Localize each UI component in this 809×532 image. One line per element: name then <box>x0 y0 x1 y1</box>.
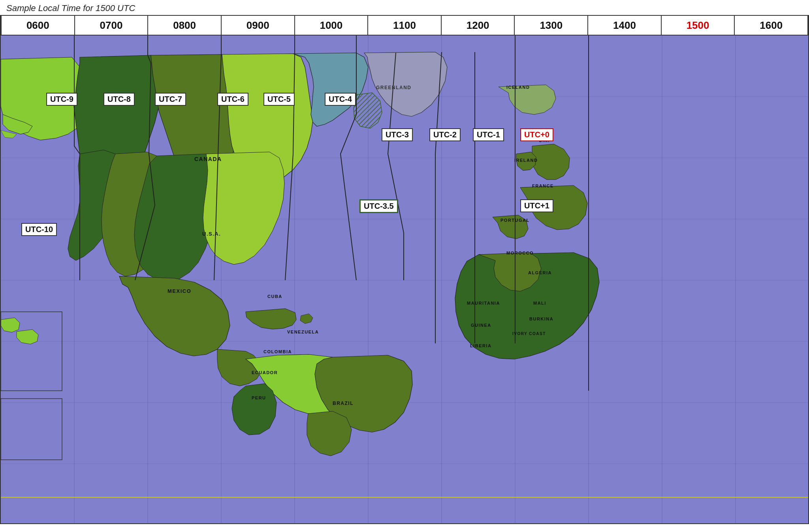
time-cell-1400: 1400 <box>588 16 662 35</box>
country-label-ecuador: ECUADOR <box>252 370 278 375</box>
utc-label-5: UTC-5 <box>263 93 295 106</box>
utc-label-6: UTC-6 <box>217 93 248 106</box>
country-label-france: FRANCE <box>532 184 554 188</box>
time-cell-0600: 0600 <box>1 16 75 35</box>
time-cell-1600: 1600 <box>735 16 808 35</box>
time-cell-1300: 1300 <box>515 16 588 35</box>
utc-label-2: UTC-2 <box>429 128 461 141</box>
country-label-venezuela: VENEZUELA <box>287 330 319 334</box>
country-label-iceland: ICELAND <box>506 85 530 90</box>
utc-label-7: UTC-7 <box>155 93 186 106</box>
map-container: 0600 0700 0800 0900 1000 1100 1200 1300 … <box>0 15 809 524</box>
utc-label-9: UTC-9 <box>46 93 77 106</box>
utc-label-3.5: UTC-3.5 <box>359 199 398 213</box>
country-label-ireland: IRELAND <box>514 158 538 163</box>
utc-label-3: UTC-3 <box>382 128 413 141</box>
utc-label-10: UTC-10 <box>21 223 57 236</box>
time-cell-0700: 0700 <box>75 16 149 35</box>
country-label-portugal: PORTUGAL <box>500 218 530 223</box>
country-label-mauritania: MAURITANIA <box>467 301 500 305</box>
country-label-mexico: MEXICO <box>167 288 191 294</box>
country-label-canada: CANADA <box>194 156 222 162</box>
time-cell-0800: 0800 <box>148 16 222 35</box>
country-label-cuba: CUBA <box>267 294 282 299</box>
page-title: Sample Local Time for 1500 UTC <box>0 0 809 15</box>
utc-label-0: UTC+0 <box>520 128 553 141</box>
utc-label-plus1: UTC+1 <box>520 199 553 212</box>
country-label-burkina: BURKINA <box>529 317 553 321</box>
country-label-mali: MALI <box>533 301 546 305</box>
country-label-greenland: GREENLAND <box>376 85 412 90</box>
time-cell-0900: 0900 <box>222 16 295 35</box>
map-svg <box>1 36 809 524</box>
country-label-peru: PERU <box>252 395 266 400</box>
utc-label-8: UTC-8 <box>103 93 135 106</box>
svg-rect-20 <box>1 399 62 460</box>
country-label-colombia: COLOMBIA <box>263 349 292 354</box>
time-cell-1100: 1100 <box>368 16 442 35</box>
country-label-brazil: BRAZIL <box>333 401 354 406</box>
time-cell-1000: 1000 <box>295 16 369 35</box>
country-label-guinea: GUINEA <box>471 323 491 328</box>
country-label-liberia: LIBERIA <box>470 343 492 348</box>
utc-label-1: UTC-1 <box>473 128 504 141</box>
time-cell-1500: 1500 <box>662 16 735 35</box>
utc-label-4: UTC-4 <box>325 93 356 106</box>
time-header: 0600 0700 0800 0900 1000 1100 1200 1300 … <box>1 16 808 36</box>
country-label-algeria: ALGERIA <box>528 270 552 275</box>
country-label-morocco: MOROCCO <box>506 251 534 255</box>
time-cell-1200: 1200 <box>442 16 515 35</box>
country-label-usa: U.S.A. <box>202 231 221 237</box>
country-label-ivory-coast: IVORY COAST <box>512 332 546 336</box>
